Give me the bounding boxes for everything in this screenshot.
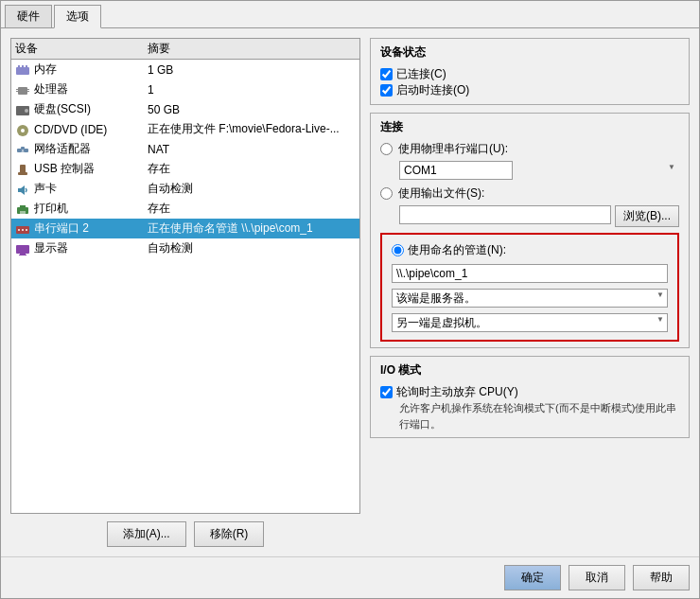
svg-rect-3	[26, 65, 27, 68]
svg-point-12	[21, 129, 25, 132]
table-row[interactable]: 网络适配器 NAT	[11, 139, 359, 159]
startup-checkbox[interactable]	[380, 84, 393, 97]
device-icon	[15, 84, 30, 96]
device-name-cell: 硬盘(SCSI)	[15, 101, 148, 117]
table-row[interactable]: 打印机 存在	[11, 199, 359, 219]
svg-rect-7	[27, 89, 29, 90]
col-header-summary: 摘要	[148, 41, 356, 57]
svg-rect-27	[16, 245, 29, 254]
table-row[interactable]: 串行端口 2 正在使用命名管道 \\.\pipe\com_1	[11, 219, 359, 238]
tab-hardware[interactable]: 硬件	[5, 5, 52, 27]
footer: 确定 取消 帮助	[1, 556, 699, 598]
yield-description: 允许客户机操作系统在轮询模式下(而不是中断模式)使用此串行端口。	[380, 400, 679, 432]
svg-rect-21	[20, 205, 26, 208]
device-name-label: 打印机	[34, 201, 68, 217]
device-icon	[15, 203, 30, 215]
device-icon	[15, 104, 30, 115]
tab-options[interactable]: 选项	[54, 5, 101, 28]
cancel-button[interactable]: 取消	[569, 565, 625, 590]
svg-rect-5	[16, 89, 18, 90]
help-button[interactable]: 帮助	[633, 565, 690, 590]
device-name-cell: 打印机	[15, 201, 148, 217]
device-table: 设备 摘要 内存 1 GB 处理器 1 硬盘(SCSI) 50 GB CD/DV…	[10, 38, 360, 514]
device-name-label: USB 控制器	[34, 161, 95, 177]
add-button[interactable]: 添加(A)...	[107, 521, 186, 547]
right-panel: 设备状态 已连接(C) 启动时连接(O) 连接 使用物理串行端口(U):	[370, 38, 690, 547]
named-pipe-section: 使用命名的管道(N): 该端是服务器。 该端是客户端。 另一端是虚拟机。 另一端…	[380, 233, 679, 342]
device-name-cell: 显示器	[15, 240, 148, 256]
device-name-label: 内存	[34, 62, 57, 78]
connected-checkbox[interactable]	[380, 68, 393, 80]
device-name-label: 网络适配器	[34, 141, 91, 157]
named-pipe-radio[interactable]	[392, 244, 404, 256]
com-select-wrapper: COM1 COM2 COM3	[399, 161, 679, 180]
svg-rect-0	[16, 67, 29, 75]
output-radio-row: 使用输出文件(S):	[380, 185, 679, 202]
physical-radio[interactable]	[380, 143, 393, 155]
table-row[interactable]: 声卡 自动检测	[11, 179, 359, 199]
table-row[interactable]: USB 控制器 存在	[11, 159, 359, 179]
svg-rect-1	[18, 65, 20, 68]
device-icon	[15, 124, 30, 135]
com-select[interactable]: COM1 COM2 COM3	[399, 161, 513, 180]
device-icon	[15, 64, 30, 76]
table-row[interactable]: 内存 1 GB	[11, 60, 359, 79]
table-header: 设备 摘要	[11, 39, 359, 60]
device-name-label: 显示器	[34, 240, 68, 256]
svg-point-10	[25, 109, 28, 113]
physical-radio-row: 使用物理串行端口(U):	[380, 141, 679, 157]
svg-rect-15	[21, 147, 25, 150]
connection-title: 连接	[380, 119, 679, 135]
io-mode-section: I/O 模式 轮询时主动放弃 CPU(Y) 允许客户机操作系统在轮询模式下(而不…	[370, 356, 690, 438]
svg-rect-22	[20, 211, 26, 215]
main-content: 设备 摘要 内存 1 GB 处理器 1 硬盘(SCSI) 50 GB CD/DV…	[1, 28, 699, 556]
server-select-wrapper: 该端是服务器。 该端是客户端。	[392, 289, 668, 308]
table-row[interactable]: 硬盘(SCSI) 50 GB	[11, 99, 359, 119]
device-name-cell: CD/DVD (IDE)	[15, 123, 148, 136]
remove-button[interactable]: 移除(R)	[194, 521, 265, 547]
table-row[interactable]: 处理器 1	[11, 79, 359, 99]
svg-rect-8	[27, 91, 29, 92]
left-panel: 设备 摘要 内存 1 GB 处理器 1 硬盘(SCSI) 50 GB CD/DV…	[10, 38, 360, 547]
svg-point-25	[22, 229, 24, 231]
output-radio[interactable]	[380, 187, 393, 200]
ok-button[interactable]: 确定	[504, 565, 561, 590]
startup-label: 启动时连接(O)	[396, 82, 469, 98]
device-summary-cell: 1 GB	[148, 63, 356, 77]
device-summary-cell: 自动检测	[148, 181, 356, 197]
yield-checkbox-row: 轮询时主动放弃 CPU(Y)	[380, 384, 679, 400]
named-pipe-label: 使用命名的管道(N):	[408, 242, 506, 258]
vm-select[interactable]: 另一端是虚拟机。 另一端是应用程序。	[392, 313, 668, 332]
device-list: 内存 1 GB 处理器 1 硬盘(SCSI) 50 GB CD/DVD (IDE…	[11, 60, 359, 258]
device-summary-cell: 正在使用文件 F:\movie\Fedora-Live-...	[148, 121, 356, 137]
svg-marker-19	[18, 185, 25, 195]
connected-checkbox-row: 已连接(C)	[380, 66, 679, 82]
output-file-input[interactable]	[399, 205, 611, 224]
svg-point-24	[18, 229, 20, 231]
device-name-cell: 串行端口 2	[15, 220, 148, 237]
server-select[interactable]: 该端是服务器。 该端是客户端。	[392, 289, 668, 308]
device-name-cell: 内存	[15, 62, 148, 78]
device-name-cell: 声卡	[15, 181, 148, 197]
browse-button[interactable]: 浏览(B)...	[615, 205, 679, 227]
yield-label: 轮询时主动放弃 CPU(Y)	[396, 384, 518, 400]
device-name-label: 串行端口 2	[34, 220, 89, 237]
named-pipe-label-row: 使用命名的管道(N):	[392, 242, 668, 258]
io-mode-title: I/O 模式	[380, 362, 679, 379]
named-pipe-input[interactable]	[392, 264, 668, 283]
device-name-label: 硬盘(SCSI)	[34, 101, 91, 117]
device-name-cell: 网络适配器	[15, 141, 148, 157]
yield-checkbox[interactable]	[380, 386, 393, 398]
device-name-cell: 处理器	[15, 81, 148, 97]
table-row[interactable]: CD/DVD (IDE) 正在使用文件 F:\movie\Fedora-Live…	[11, 119, 359, 139]
table-row[interactable]: 显示器 自动检测	[11, 238, 359, 258]
svg-point-26	[26, 229, 27, 231]
device-summary-cell: 存在	[148, 201, 356, 217]
device-icon	[15, 223, 30, 235]
svg-rect-18	[18, 172, 27, 175]
dialog: 硬件 选项 设备 摘要 内存 1 GB 处理器 1 硬盘(SCSI)	[0, 0, 700, 599]
physical-label: 使用物理串行端口(U):	[398, 141, 508, 157]
device-name-cell: USB 控制器	[15, 161, 148, 177]
svg-rect-29	[19, 255, 26, 255]
tab-bar: 硬件 选项	[1, 1, 699, 28]
